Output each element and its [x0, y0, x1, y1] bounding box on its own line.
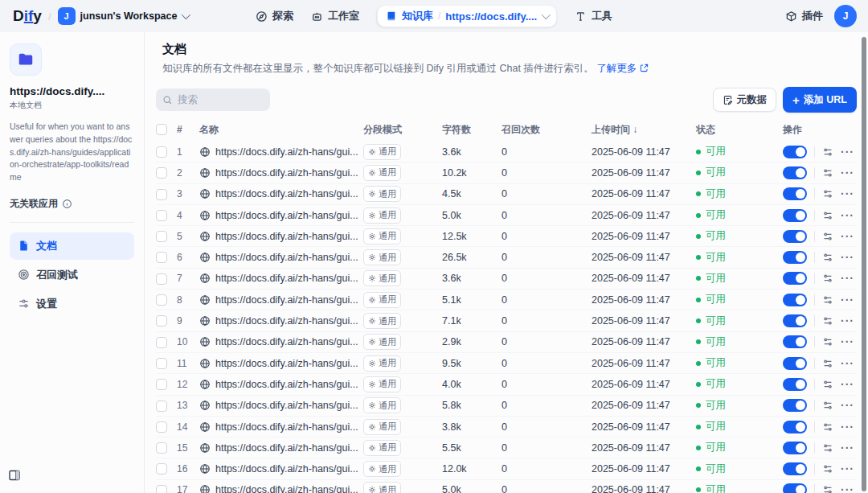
row-checkbox[interactable]	[156, 252, 167, 263]
more-actions-button[interactable]: ···	[841, 146, 854, 158]
learn-more-link[interactable]: 了解更多	[596, 63, 637, 74]
row-checkbox[interactable]	[156, 379, 167, 390]
row-checkbox[interactable]	[156, 210, 167, 221]
table-row[interactable]: 2 https://docs.dify.ai/zh-hans/gui... 通用…	[156, 162, 857, 183]
document-name-cell[interactable]: https://docs.dify.ai/zh-hans/gui...	[199, 379, 363, 390]
sidebar-item-documents[interactable]: 文档	[10, 232, 134, 260]
table-row[interactable]: 4 https://docs.dify.ai/zh-hans/gui... 通用…	[156, 205, 857, 226]
enable-toggle[interactable]	[783, 378, 807, 391]
document-name-cell[interactable]: https://docs.dify.ai/zh-hans/gui...	[199, 484, 363, 493]
enable-toggle[interactable]	[783, 483, 807, 493]
enable-toggle[interactable]	[783, 146, 807, 158]
more-actions-button[interactable]: ···	[841, 315, 854, 327]
select-all-checkbox[interactable]	[156, 124, 167, 135]
more-actions-button[interactable]: ···	[841, 167, 854, 179]
row-checkbox[interactable]	[156, 463, 167, 475]
enable-toggle[interactable]	[783, 442, 807, 454]
table-row[interactable]: 17 https://docs.dify.ai/zh-hans/gui... 通…	[156, 480, 857, 493]
document-name-cell[interactable]: https://docs.dify.ai/zh-hans/gui...	[199, 400, 363, 411]
table-row[interactable]: 1 https://docs.dify.ai/zh-hans/gui... 通用…	[156, 142, 857, 162]
table-row[interactable]: 11 https://docs.dify.ai/zh-hans/gui... 通…	[156, 353, 857, 374]
document-name-cell[interactable]: https://docs.dify.ai/zh-hans/gui...	[199, 188, 363, 199]
more-actions-button[interactable]: ···	[841, 379, 854, 390]
enable-toggle[interactable]	[783, 335, 807, 348]
sidebar-item-retrieval-test[interactable]: 召回测试	[10, 261, 134, 289]
row-checkbox[interactable]	[156, 294, 167, 306]
workspace-selector[interactable]: J junsun's Workspace	[58, 7, 189, 25]
more-actions-button[interactable]: ···	[841, 336, 854, 347]
more-actions-button[interactable]: ···	[841, 188, 854, 199]
nav-explore[interactable]: 探索	[256, 9, 293, 23]
document-name-cell[interactable]: https://docs.dify.ai/zh-hans/gui...	[199, 167, 363, 179]
row-checkbox[interactable]	[156, 189, 167, 200]
enable-toggle[interactable]	[783, 421, 807, 433]
info-icon[interactable]	[62, 199, 72, 209]
sidebar-item-settings[interactable]: 设置	[10, 290, 134, 318]
dify-logo[interactable]: Dify	[13, 7, 42, 25]
segment-settings-button[interactable]	[822, 358, 833, 369]
more-actions-button[interactable]: ···	[841, 421, 854, 433]
enable-toggle[interactable]	[783, 462, 807, 475]
segment-settings-button[interactable]	[822, 210, 833, 221]
enable-toggle[interactable]	[783, 209, 807, 222]
page-scrollbar[interactable]	[862, 37, 866, 491]
enable-toggle[interactable]	[783, 314, 807, 327]
table-row[interactable]: 8 https://docs.dify.ai/zh-hans/gui... 通用…	[156, 290, 857, 310]
segment-settings-button[interactable]	[822, 146, 833, 158]
header-time[interactable]: 上传时间 ↓	[592, 123, 696, 137]
segment-settings-button[interactable]	[822, 379, 833, 390]
row-checkbox[interactable]	[156, 231, 167, 242]
table-row[interactable]: 7 https://docs.dify.ai/zh-hans/gui... 通用…	[156, 269, 857, 290]
metadata-button[interactable]: 元数据	[713, 88, 777, 112]
document-name-cell[interactable]: https://docs.dify.ai/zh-hans/gui...	[199, 421, 363, 433]
more-actions-button[interactable]: ···	[841, 252, 854, 263]
segment-settings-button[interactable]	[822, 167, 833, 179]
more-actions-button[interactable]: ···	[841, 294, 854, 306]
document-name-cell[interactable]: https://docs.dify.ai/zh-hans/gui...	[199, 336, 363, 347]
row-checkbox[interactable]	[156, 421, 167, 433]
document-name-cell[interactable]: https://docs.dify.ai/zh-hans/gui...	[199, 273, 363, 284]
row-checkbox[interactable]	[156, 442, 167, 454]
document-name-cell[interactable]: https://docs.dify.ai/zh-hans/gui...	[199, 252, 363, 263]
row-checkbox[interactable]	[156, 315, 167, 327]
enable-toggle[interactable]	[783, 251, 807, 264]
segment-settings-button[interactable]	[822, 188, 833, 199]
nav-tools[interactable]: 工具	[575, 9, 612, 23]
document-name-cell[interactable]: https://docs.dify.ai/zh-hans/gui...	[199, 358, 363, 369]
more-actions-button[interactable]: ···	[841, 442, 854, 454]
document-name-cell[interactable]: https://docs.dify.ai/zh-hans/gui...	[199, 294, 363, 306]
nav-studio[interactable]: 工作室	[311, 9, 359, 23]
row-checkbox[interactable]	[156, 146, 167, 158]
collapse-sidebar-button[interactable]	[8, 469, 21, 485]
more-actions-button[interactable]: ···	[841, 358, 854, 369]
more-actions-button[interactable]: ···	[841, 484, 854, 493]
segment-settings-button[interactable]	[822, 231, 833, 242]
user-avatar[interactable]: J	[834, 5, 857, 27]
add-url-button[interactable]: + 添加 URL	[783, 87, 857, 113]
document-name-cell[interactable]: https://docs.dify.ai/zh-hans/gui...	[199, 210, 363, 221]
enable-toggle[interactable]	[783, 272, 807, 285]
search-box[interactable]	[156, 88, 270, 111]
segment-settings-button[interactable]	[822, 484, 833, 493]
document-name-cell[interactable]: https://docs.dify.ai/zh-hans/gui...	[199, 231, 363, 242]
segment-settings-button[interactable]	[822, 463, 833, 475]
enable-toggle[interactable]	[783, 357, 807, 370]
table-row[interactable]: 15 https://docs.dify.ai/zh-hans/gui... 通…	[156, 438, 857, 458]
segment-settings-button[interactable]	[822, 294, 833, 306]
row-checkbox[interactable]	[156, 273, 167, 285]
enable-toggle[interactable]	[783, 399, 807, 412]
table-row[interactable]: 14 https://docs.dify.ai/zh-hans/gui... 通…	[156, 417, 857, 438]
document-name-cell[interactable]: https://docs.dify.ai/zh-hans/gui...	[199, 442, 363, 454]
segment-settings-button[interactable]	[822, 315, 833, 327]
segment-settings-button[interactable]	[822, 421, 833, 433]
enable-toggle[interactable]	[783, 187, 807, 200]
enable-toggle[interactable]	[783, 294, 807, 306]
table-row[interactable]: 12 https://docs.dify.ai/zh-hans/gui... 通…	[156, 374, 857, 395]
more-actions-button[interactable]: ···	[841, 231, 854, 242]
table-row[interactable]: 9 https://docs.dify.ai/zh-hans/gui... 通用…	[156, 310, 857, 331]
table-row[interactable]: 16 https://docs.dify.ai/zh-hans/gui... 通…	[156, 458, 857, 479]
table-row[interactable]: 6 https://docs.dify.ai/zh-hans/gui... 通用…	[156, 247, 857, 268]
segment-settings-button[interactable]	[822, 400, 833, 411]
row-checkbox[interactable]	[156, 337, 167, 348]
document-name-cell[interactable]: https://docs.dify.ai/zh-hans/gui...	[199, 146, 363, 158]
